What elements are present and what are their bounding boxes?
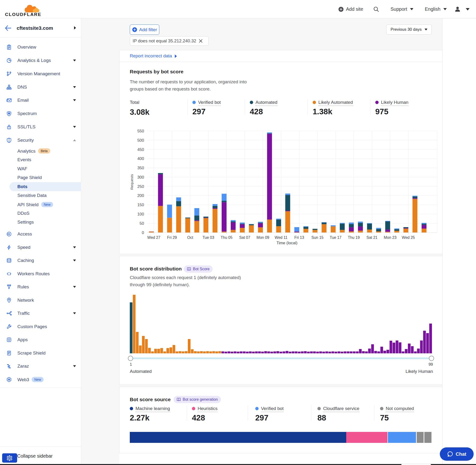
svg-text:Sat 21: Sat 21 [367,235,377,240]
svg-text:Thu 05: Thu 05 [221,235,233,240]
svg-text:0: 0 [142,231,144,235]
svg-text:Tue 03: Tue 03 [202,235,214,240]
svg-text:150: 150 [138,203,144,207]
svg-text:Oct: Oct [187,235,193,240]
svg-text:1: 1 [130,362,132,366]
svg-text:Fri 13: Fri 13 [294,235,304,240]
svg-text:Wed 11: Wed 11 [275,235,288,240]
svg-text:Thu 19: Thu 19 [348,235,360,240]
svg-text:250: 250 [138,184,144,189]
svg-text:Wed 25: Wed 25 [402,235,415,240]
svg-text:350: 350 [138,166,144,170]
svg-text:Time (local): Time (local) [276,241,297,245]
svg-text:Likely Human: Likely Human [405,369,433,374]
svg-text:Tue 17: Tue 17 [330,235,341,240]
svg-text:300: 300 [138,175,144,180]
svg-text:Mon 23: Mon 23 [384,235,396,240]
svg-text:50: 50 [139,221,144,226]
svg-text:100: 100 [138,212,144,216]
svg-text:Automated: Automated [130,369,152,374]
svg-text:Wed 27: Wed 27 [148,235,160,240]
svg-text:Fri 29: Fri 29 [167,235,177,240]
svg-text:Sat 07: Sat 07 [239,235,250,240]
svg-text:Mon 09: Mon 09 [256,235,269,240]
svg-text:450: 450 [138,147,144,152]
svg-text:CLOUDFLARE: CLOUDFLARE [5,12,42,17]
svg-text:200: 200 [138,193,144,198]
svg-text:500: 500 [138,138,144,143]
svg-text:99: 99 [429,362,433,366]
svg-text:Requests: Requests [130,174,134,190]
svg-text:400: 400 [138,157,144,161]
svg-text:550: 550 [138,129,144,133]
svg-text:Sun 15: Sun 15 [311,235,324,240]
